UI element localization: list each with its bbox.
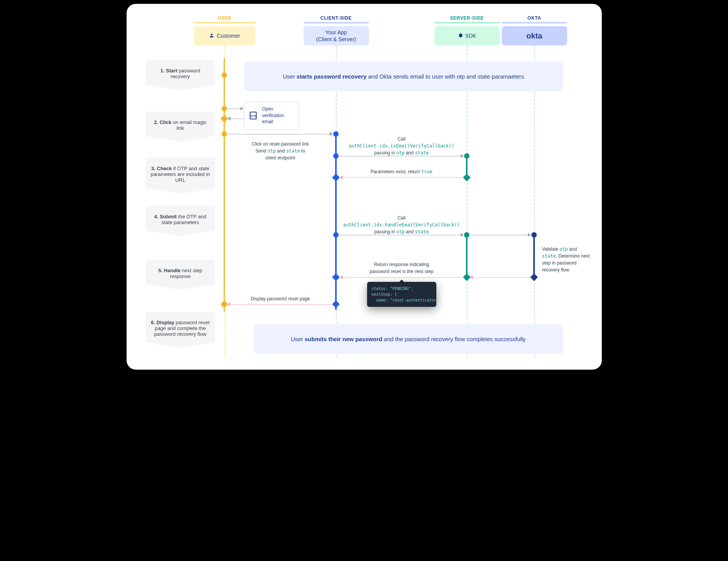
message-label: Call authClient.idx.isEmailVerifyCallbac… [346, 136, 458, 156]
arrow-head-icon [528, 233, 531, 237]
column-header-okta: OKTA [502, 15, 567, 21]
participant-okta: okta [502, 26, 567, 45]
code-tooltip: status: "PENDING", nextStep: { name: "re… [367, 282, 436, 307]
participant-server: SDK [434, 26, 500, 45]
message-label: Display password reset page [242, 295, 319, 302]
node [333, 131, 339, 137]
activation-bar [533, 233, 535, 279]
node [222, 131, 227, 137]
step-6: 6. Display password reset page and compl… [146, 312, 215, 348]
divider [194, 22, 255, 23]
node [332, 273, 340, 281]
activation-bar [335, 133, 337, 310]
participant-client: Your App (Client & Server) [304, 26, 369, 45]
validate-label: Validate otp and state. Determine next s… [542, 246, 591, 273]
node [531, 232, 537, 238]
message-label: Return response indicating password rese… [357, 261, 446, 275]
node [332, 300, 340, 308]
email-label: Open verification email [262, 106, 293, 125]
activation-bar [466, 233, 468, 279]
arrow [227, 109, 241, 109]
arrow-head-icon [340, 176, 343, 179]
mail-icon [250, 112, 257, 119]
step-label: 6. Display [151, 320, 174, 325]
arrow [230, 304, 333, 305]
lifeline [467, 45, 468, 358]
participant-label: SDK [465, 33, 476, 39]
step-label: 3. Check [151, 166, 172, 171]
node [463, 273, 471, 281]
arrow-head-icon [227, 117, 230, 121]
participant-label: Your App [325, 29, 347, 36]
participant-user: Customer [194, 26, 255, 45]
arrow-head-icon [227, 302, 230, 306]
divider [304, 22, 369, 23]
diagram: USER CLIENT-SIDE SERVER-SIDE OKTA Custom… [127, 4, 602, 370]
node [463, 174, 471, 181]
gear-icon [458, 33, 463, 39]
participant-label: Customer [217, 33, 240, 39]
arrow [227, 134, 331, 134]
node [222, 106, 227, 111]
node [530, 273, 538, 281]
arrow-head-icon [340, 275, 343, 279]
step-5: 5. Handle next step response [146, 260, 215, 290]
arrow-head-icon [461, 154, 464, 158]
node [464, 153, 469, 159]
divider [502, 22, 567, 23]
arrow [470, 235, 529, 235]
node [222, 72, 227, 78]
arrow-head-icon [240, 107, 244, 111]
arrow-head-icon [330, 132, 333, 136]
node [333, 232, 339, 238]
step-label: 1. Start [160, 68, 177, 74]
message-label: Parameters exist, return true [357, 168, 446, 175]
lifeline [534, 45, 535, 358]
activation-bar [224, 58, 225, 312]
svg-point-0 [211, 33, 213, 35]
step-label: 5. Handle [158, 268, 180, 273]
column-header-user: USER [192, 15, 257, 21]
node [220, 300, 228, 308]
participant-sublabel: (Client & Server) [316, 36, 356, 43]
divider [434, 22, 500, 23]
message-label: Click on reset password link Send otp an… [242, 141, 319, 161]
banner-start: User starts password recovery and Okta s… [244, 62, 563, 91]
step-4: 4. Submit the OTP and state parameters [146, 206, 215, 236]
node [333, 153, 339, 159]
arrow [230, 119, 244, 119]
step-3: 3. Check if OTP and state parameters are… [146, 158, 215, 194]
banner-end: User submits their new password and the … [254, 324, 563, 354]
message-label: Call authClient.idx.handleEmailVerifyCal… [342, 214, 461, 235]
step-2: 2. Click on email magic link [146, 112, 215, 142]
arrow [342, 178, 464, 178]
step-1: 1. Start password recovery [146, 60, 215, 90]
okta-logo: okta [526, 32, 542, 40]
node [332, 174, 340, 181]
user-icon [209, 33, 214, 39]
node [464, 232, 469, 238]
arrow [472, 277, 531, 278]
node [220, 115, 228, 122]
column-header-client: CLIENT-SIDE [304, 15, 369, 21]
email-card: Open verification email [244, 101, 299, 130]
arrow [342, 277, 464, 278]
step-label: 4. Submit [154, 214, 177, 219]
column-header-server: SERVER-SIDE [434, 15, 500, 21]
step-label: 2. Click [154, 119, 172, 125]
